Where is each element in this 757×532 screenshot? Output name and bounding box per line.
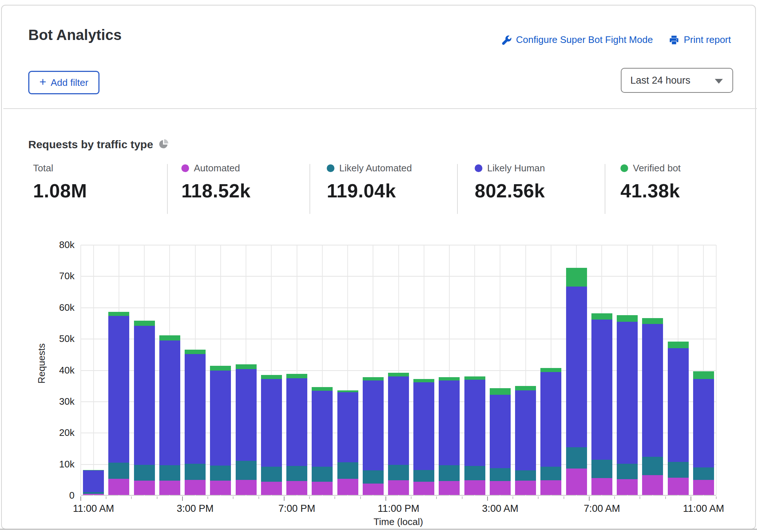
bar-segment-automated: [363, 484, 384, 495]
bar-segment-likely-automated: [566, 447, 587, 469]
bar-11-00-am[interactable]: [693, 371, 714, 495]
axis-minor-tick: [106, 496, 106, 499]
bar-segment-likely-automated: [108, 463, 129, 479]
axis-minor-tick: [716, 496, 717, 499]
bar-3-00-am[interactable]: [490, 388, 511, 495]
bar-segment-likely-automated: [210, 466, 231, 481]
bar-2-00-am[interactable]: [464, 376, 485, 495]
y-tick-label: 30k: [39, 396, 75, 407]
bar-segment-automated: [388, 480, 409, 495]
bar-segment-likely-automated: [464, 466, 485, 480]
section-title: Requests by traffic type: [28, 138, 153, 151]
y-tick-label: 20k: [39, 427, 75, 438]
bar-segment-likely-automated: [134, 465, 155, 481]
axis-minor-tick: [157, 496, 157, 499]
bar-1-00-am[interactable]: [439, 377, 460, 495]
bar-segment-likely-automated: [439, 465, 460, 481]
analytics-card: Bot Analytics Configure Super Bot Fight …: [1, 5, 756, 529]
bar-10-00-am[interactable]: [668, 342, 689, 495]
bar-segment-likely-human: [363, 380, 384, 470]
bar-3-00-pm[interactable]: [185, 350, 206, 495]
traffic-type-stats: Total 1.08M Automated 118.52k Likely Aut…: [2, 163, 757, 216]
bar-segment-verified-bot: [617, 315, 638, 322]
stat-likely-human[interactable]: Likely Human 802.56k: [475, 163, 545, 202]
bar-segment-verified-bot: [668, 342, 689, 349]
bar-segment-verified-bot: [439, 377, 460, 380]
bar-11-00-pm[interactable]: [388, 373, 409, 495]
stat-verified-bot[interactable]: Verified bot 41.38k: [620, 163, 681, 202]
bar-segment-likely-automated: [363, 470, 384, 484]
next-card-top-border: [0, 529, 757, 530]
bar-6-00-am[interactable]: [566, 268, 587, 495]
stat-divider: [605, 164, 605, 214]
printer-icon: [669, 35, 679, 45]
bar-segment-likely-human: [312, 391, 333, 467]
bar-segment-likely-human: [540, 372, 561, 467]
bar-7-00-am[interactable]: [591, 313, 612, 495]
bar-segment-likely-human: [490, 395, 511, 469]
bar-segment-verified-bot: [515, 386, 536, 390]
bar-segment-automated: [591, 478, 612, 495]
print-report-link[interactable]: Print report: [669, 34, 731, 45]
bar-segment-likely-automated: [515, 470, 536, 481]
bar-12-00-pm[interactable]: [108, 312, 129, 495]
axis-minor-tick: [233, 496, 233, 499]
x-tick-label: 11:00 AM: [73, 503, 114, 514]
bar-segment-verified-bot: [464, 376, 485, 380]
bar-segment-likely-automated: [540, 467, 561, 480]
bar-10-00-pm[interactable]: [363, 377, 384, 495]
bar-9-00-am[interactable]: [642, 318, 663, 495]
axis-minor-tick: [207, 496, 208, 499]
bar-4-00-am[interactable]: [515, 386, 536, 495]
bar-1-00-pm[interactable]: [134, 321, 155, 495]
bar-5-00-am[interactable]: [540, 368, 561, 495]
stat-likely-automated-value: 119.04k: [327, 180, 412, 202]
axis-minor-tick: [614, 496, 615, 499]
bar-segment-verified-bot: [261, 375, 282, 379]
bar-9-00-pm[interactable]: [337, 390, 358, 495]
bar-segment-automated: [134, 481, 155, 495]
bar-segment-likely-automated: [642, 457, 663, 475]
bar-7-00-pm[interactable]: [286, 374, 307, 495]
bar-segment-likely-human: [210, 371, 231, 466]
bar-segment-likely-human: [108, 316, 129, 463]
bar-segment-verified-bot: [490, 388, 511, 395]
likely-human-dot-icon: [475, 164, 482, 172]
bar-segment-likely-automated: [312, 467, 333, 482]
add-filter-button[interactable]: + Add filter: [28, 71, 99, 94]
axis-minor-tick: [640, 496, 640, 499]
x-tick-label: 3:00 AM: [482, 503, 518, 514]
bar-2-00-pm[interactable]: [159, 335, 180, 495]
bot-analytics-page: Bot Analytics Configure Super Bot Fight …: [0, 0, 757, 532]
bar-segment-likely-human: [83, 470, 104, 492]
axis-minor-tick: [665, 496, 666, 499]
bar-segment-automated: [566, 469, 587, 495]
stat-likely-automated[interactable]: Likely Automated 119.04k: [327, 163, 412, 202]
time-range-select[interactable]: Last 24 hours: [621, 68, 733, 93]
bar-segment-verified-bot: [642, 318, 663, 324]
stat-automated[interactable]: Automated 118.52k: [181, 163, 251, 202]
axis-minor-tick: [436, 496, 437, 499]
x-tick-label: 3:00 PM: [177, 503, 214, 514]
axis-minor-tick: [360, 496, 361, 499]
stat-total[interactable]: Total 1.08M: [33, 163, 87, 202]
bar-8-00-am[interactable]: [617, 315, 638, 495]
bar-segment-likely-automated: [693, 467, 714, 480]
bar-segment-likely-human: [185, 354, 206, 464]
bar-12-00-am[interactable]: [413, 379, 434, 495]
x-tick-label: 11:00 AM: [683, 503, 724, 514]
bar-6-00-pm[interactable]: [261, 375, 282, 495]
bar-segment-likely-automated: [490, 468, 511, 481]
bar-4-00-pm[interactable]: [210, 366, 231, 495]
bar-segment-verified-bot: [159, 335, 180, 341]
bar-5-00-pm[interactable]: [236, 364, 257, 495]
bar-segment-automated: [413, 482, 434, 495]
bar-segment-verified-bot: [134, 321, 155, 326]
bar-11-00-am[interactable]: [83, 470, 104, 495]
bar-segment-automated: [210, 481, 231, 495]
bar-8-00-pm[interactable]: [312, 387, 333, 495]
y-tick-label: 60k: [39, 302, 75, 313]
bar-segment-automated: [261, 482, 282, 495]
bar-segment-verified-bot: [185, 350, 206, 354]
configure-super-bot-fight-mode-link[interactable]: Configure Super Bot Fight Mode: [501, 34, 653, 45]
